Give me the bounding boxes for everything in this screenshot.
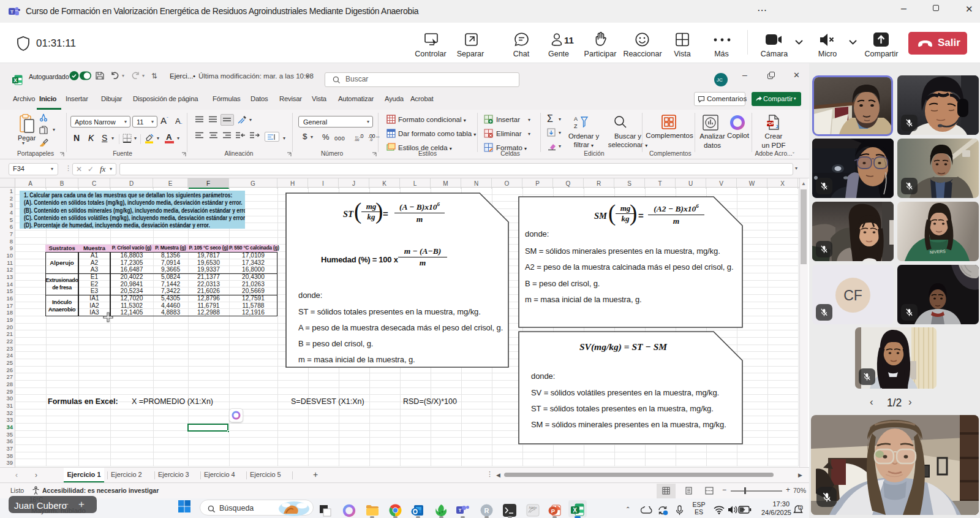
svg-text:R: R xyxy=(484,507,489,514)
svg-text:2: 2 xyxy=(799,506,801,509)
svg-text:P: P xyxy=(551,508,556,514)
svg-text:Adobe: Adobe xyxy=(529,506,537,509)
svg-text:PDF: PDF xyxy=(766,121,774,126)
svg-text:T: T xyxy=(459,508,462,513)
svg-text:X: X xyxy=(13,77,17,83)
svg-text:Z: Z xyxy=(574,123,578,129)
svg-text:T: T xyxy=(10,9,13,15)
svg-text:X: X xyxy=(573,507,577,514)
svg-text:A: A xyxy=(574,116,578,122)
